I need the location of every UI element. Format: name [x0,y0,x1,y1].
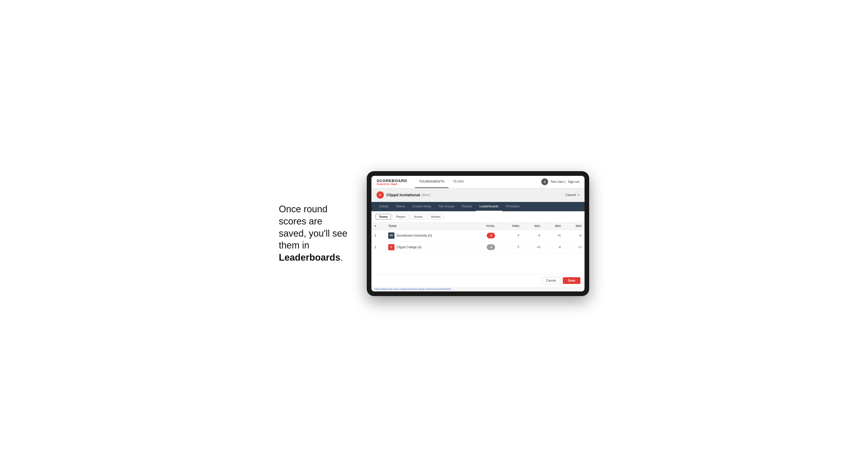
content-area: # TEAM TOTAL THRU RD1 RD2 RD3 1 [371,222,585,274]
table-body: 1 SU Scoreboard University [A] [371,229,585,253]
save-button[interactable]: Save [563,277,580,284]
score-badge-2: +3 [487,244,495,250]
tab-printables[interactable]: Printables [502,202,523,211]
col-thru: THRU [498,222,523,230]
col-rd3: RD3 [564,222,585,230]
rd2-1: +5 [543,229,564,241]
tab-tee-groups[interactable]: Tee Groups [435,202,458,211]
tournament-subtitle: (Men) [422,193,430,197]
col-rd2: RD2 [543,222,564,230]
sidebar-line1: Once round [279,204,328,214]
logo-title: SCOREBOARD [377,179,407,183]
cancel-button[interactable]: Cancel [542,277,560,284]
table-row: 1 SU Scoreboard University [A] [371,229,585,241]
nav-tab-teams[interactable]: TEAMS [448,176,468,188]
team-logo-1: SU [388,232,395,239]
tablet-device: SCOREBOARD Powered by clippd TOURNAMENTS… [367,171,589,296]
total-1: -5 [471,229,498,241]
col-rank: # [371,222,385,230]
tournament-icon: C [377,191,384,198]
filter-players-button[interactable]: Players [393,214,409,220]
avatar: S [541,179,548,185]
sidebar-line4: them in [279,240,309,251]
col-rd1: RD1 [523,222,544,230]
table-row: 2 C Clippd College [A] +3 [371,241,585,253]
tab-leaderboards[interactable]: Leaderboards [476,202,502,211]
thru-1: F [498,229,523,241]
logo-powered: Powered by clippd [377,183,407,185]
tournament-header: C Clippd Invitational (Men) Cancel × [371,188,585,202]
team-cell-2: C Clippd College [A] [385,241,471,253]
rd3-2: +3 [564,241,585,253]
team-logo-2: C [388,244,395,250]
app-header: SCOREBOARD Powered by clippd TOURNAMENTS… [371,176,585,188]
team-cell-1: SU Scoreboard University [A] [385,229,471,241]
filter-teams-button[interactable]: Teams [376,214,391,220]
cancel-top-button[interactable]: Cancel × [565,193,579,197]
tab-results[interactable]: Results [458,202,476,211]
top-nav: TOURNAMENTS TEAMS [415,176,541,188]
sidebar-text: Once round scores are saved, you'll see … [279,203,351,264]
rank-1: 1 [371,229,385,241]
team-name-2: Clippd College [A] [397,245,421,249]
sidebar-line3: saved, you'll see [279,228,347,239]
table-header: # TEAM TOTAL THRU RD1 RD2 RD3 [371,222,585,230]
user-name: Test User | [551,180,565,184]
rd3-1: -6 [564,229,585,241]
tournament-title: Clippd Invitational [386,193,420,197]
col-total: TOTAL [471,222,498,230]
rd2-2: -8 [543,241,564,253]
tab-course-setup[interactable]: Course Setup [409,202,435,211]
header-right: S Test User | Sign out [541,179,579,185]
score-badge-1: -5 [487,233,495,239]
sidebar-bold: Leaderboards [279,252,340,263]
nav-tab-tournaments[interactable]: TOURNAMENTS [415,176,448,188]
filter-row: Teams Players Scores Strokes [371,211,585,222]
sub-nav: Details Teams Course Setup Tee Groups Re… [371,202,585,211]
filter-strokes-button[interactable]: Strokes [428,214,444,220]
page-wrapper: Once round scores are saved, you'll see … [253,171,615,296]
tab-details[interactable]: Details [376,202,392,211]
tab-teams[interactable]: Teams [392,202,409,211]
rank-2: 2 [371,241,385,253]
team-name-1: Scoreboard University [A] [397,234,432,238]
rd1-1: -4 [523,229,544,241]
filter-scores-button[interactable]: Scores [410,214,426,220]
logo-area: SCOREBOARD Powered by clippd [377,179,407,185]
sign-out-link[interactable]: Sign out [568,180,579,184]
total-2: +3 [471,241,498,253]
panel-footer: Cancel Save [371,274,585,287]
sidebar-line2: scores are [279,216,322,226]
rd1-2: +8 [523,241,544,253]
thru-2: F [498,241,523,253]
col-team: TEAM [385,222,471,230]
url-bar: https://stage-blue-coach.stagescoreboard… [371,287,585,291]
tablet-screen: SCOREBOARD Powered by clippd TOURNAMENTS… [371,176,585,291]
leaderboard-table: # TEAM TOTAL THRU RD1 RD2 RD3 1 [371,222,585,253]
